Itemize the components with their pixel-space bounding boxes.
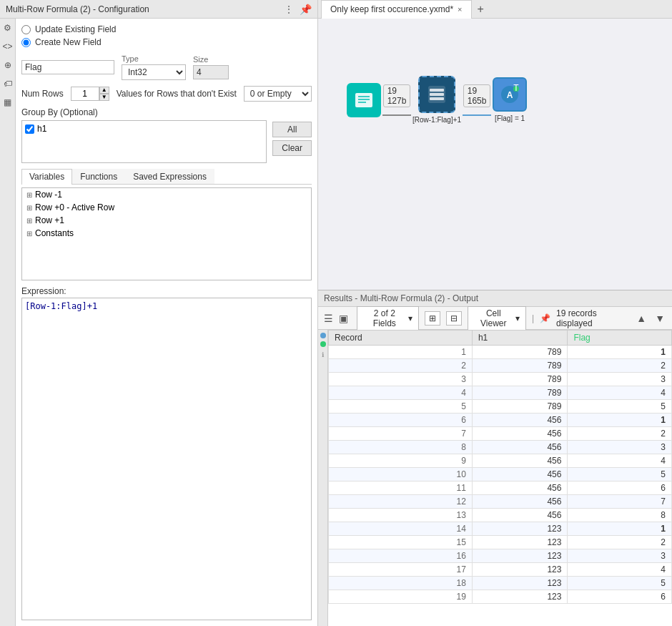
tree-item-constants[interactable]: ⊞ Constants <box>22 227 311 240</box>
table-cell[interactable]: 123 <box>472 590 568 604</box>
table-cell[interactable]: 789 <box>472 346 568 359</box>
table-cell[interactable]: 2 <box>568 359 672 373</box>
pin-results-icon[interactable]: 📌 <box>540 313 550 323</box>
table-cell[interactable]: 5 <box>329 400 473 414</box>
table-cell[interactable]: 2 <box>329 359 473 373</box>
spinner-up[interactable]: ▲ <box>99 87 109 94</box>
table-cell[interactable]: 1 <box>568 346 672 359</box>
table-cell[interactable]: 5 <box>568 468 672 481</box>
results-table-container[interactable]: ℹ Record h1 Flag 17891278923789347894578… <box>318 330 672 626</box>
table-cell[interactable]: 6 <box>568 481 672 495</box>
table-cell[interactable]: 456 <box>472 509 568 522</box>
wf-node-multirow[interactable]: [Row-1:Flag]+1 <box>412 76 461 124</box>
table-cell[interactable]: 4 <box>568 563 672 577</box>
table-cell[interactable]: 9 <box>329 454 473 468</box>
table-cell[interactable]: 14 <box>329 522 473 536</box>
tab-saved-expressions[interactable]: Saved Expressions <box>125 169 214 184</box>
globe-icon[interactable]: ⊕ <box>1 59 14 72</box>
table-cell[interactable]: 6 <box>329 414 473 427</box>
code-icon[interactable]: <> <box>1 40 14 53</box>
tree-item-row-0[interactable]: ⊞ Row +0 - Active Row <box>22 201 311 214</box>
table-cell[interactable]: 789 <box>472 359 568 373</box>
clear-button[interactable]: Clear <box>272 140 312 156</box>
numrows-input[interactable] <box>71 87 99 101</box>
spinner-down[interactable]: ▼ <box>99 94 109 101</box>
table-cell[interactable]: 16 <box>329 549 473 563</box>
grid-icon[interactable]: ▦ <box>1 96 14 109</box>
table-cell[interactable]: 5 <box>568 577 672 590</box>
table-cell[interactable]: 3 <box>568 373 672 386</box>
table-cell[interactable]: 7 <box>568 495 672 509</box>
table-cell[interactable]: 456 <box>472 441 568 454</box>
table-cell[interactable]: 456 <box>472 414 568 427</box>
table-cell[interactable]: 456 <box>472 468 568 481</box>
more-icon[interactable]: ⋮ <box>284 4 294 15</box>
main-tab[interactable]: Only keep first occurence.yxmd* × <box>321 0 472 19</box>
tab-close-button[interactable]: × <box>458 5 462 14</box>
table-cell[interactable]: 123 <box>472 536 568 549</box>
table-cell[interactable]: 456 <box>472 481 568 495</box>
table-cell[interactable]: 123 <box>472 549 568 563</box>
table-cell[interactable]: 11 <box>329 481 473 495</box>
gear-icon[interactable]: ⚙ <box>1 21 14 34</box>
update-existing-radio[interactable] <box>21 25 31 34</box>
tag-icon[interactable]: 🏷 <box>1 77 14 90</box>
table-cell[interactable]: 15 <box>329 536 473 549</box>
groupby-checkbox-h1[interactable] <box>25 124 34 134</box>
pin-icon[interactable]: 📌 <box>300 4 312 15</box>
table-cell[interactable]: 18 <box>329 577 473 590</box>
results-filter-icon[interactable]: ▣ <box>339 313 348 324</box>
table-cell[interactable]: 789 <box>472 386 568 400</box>
table-cell[interactable]: 123 <box>472 577 568 590</box>
table-cell[interactable]: 123 <box>472 522 568 536</box>
create-new-radio[interactable] <box>21 38 31 47</box>
table-cell[interactable]: 12 <box>329 495 473 509</box>
export-button[interactable]: ⊟ <box>446 311 462 326</box>
table-cell[interactable]: 3 <box>329 373 473 386</box>
column-config-button[interactable]: ⊞ <box>425 311 440 326</box>
table-cell[interactable]: 10 <box>329 468 473 481</box>
table-cell[interactable]: 8 <box>329 441 473 454</box>
nav-down-button[interactable]: ▼ <box>653 313 666 324</box>
field-name-input[interactable] <box>21 60 114 74</box>
wf-node-output[interactable]: A T [Flag] = 1 <box>493 77 527 122</box>
table-cell[interactable]: 13 <box>329 509 473 522</box>
tab-functions[interactable]: Functions <box>72 169 125 184</box>
expr-textarea[interactable]: [Row-1:Flag]+1 <box>21 298 312 620</box>
table-cell[interactable]: 1 <box>329 346 473 359</box>
table-cell[interactable]: 3 <box>568 549 672 563</box>
type-select[interactable]: Int32 Int16 Int64 Float Double String <box>122 64 186 80</box>
table-cell[interactable]: 7 <box>329 427 473 441</box>
table-cell[interactable]: 4 <box>568 386 672 400</box>
all-button[interactable]: All <box>272 122 312 137</box>
nav-up-button[interactable]: ▲ <box>635 313 648 324</box>
values-dropdown[interactable]: 0 or Empty Null <box>244 86 312 102</box>
canvas-area[interactable]: 19 127b [Row-1:Flag]+1 <box>318 19 672 290</box>
size-input[interactable] <box>193 65 229 79</box>
table-cell[interactable]: 789 <box>472 400 568 414</box>
table-cell[interactable]: 456 <box>472 454 568 468</box>
col-header-h1[interactable]: h1 <box>472 331 568 346</box>
table-cell[interactable]: 2 <box>568 536 672 549</box>
tree-item-row-minus1[interactable]: ⊞ Row -1 <box>22 188 311 201</box>
table-cell[interactable]: 789 <box>472 373 568 386</box>
col-header-flag[interactable]: Flag <box>568 331 672 346</box>
table-cell[interactable]: 19 <box>329 590 473 604</box>
table-cell[interactable]: 4 <box>568 454 672 468</box>
col-header-record[interactable]: Record <box>329 331 473 346</box>
table-cell[interactable]: 3 <box>568 441 672 454</box>
table-cell[interactable]: 456 <box>472 427 568 441</box>
add-tab-button[interactable]: + <box>472 1 490 18</box>
fields-dropdown-button[interactable]: 2 of 2 Fields ▾ <box>357 306 419 331</box>
table-cell[interactable]: 17 <box>329 563 473 577</box>
tree-item-row-plus1[interactable]: ⊞ Row +1 <box>22 214 311 227</box>
tab-variables[interactable]: Variables <box>21 169 72 185</box>
table-cell[interactable]: 8 <box>568 509 672 522</box>
table-cell[interactable]: 1 <box>568 414 672 427</box>
table-cell[interactable]: 1 <box>568 522 672 536</box>
table-cell[interactable]: 123 <box>472 563 568 577</box>
cell-viewer-button[interactable]: Cell Viewer ▾ <box>468 306 526 331</box>
table-cell[interactable]: 4 <box>329 386 473 400</box>
table-cell[interactable]: 456 <box>472 495 568 509</box>
table-cell[interactable]: 6 <box>568 590 672 604</box>
